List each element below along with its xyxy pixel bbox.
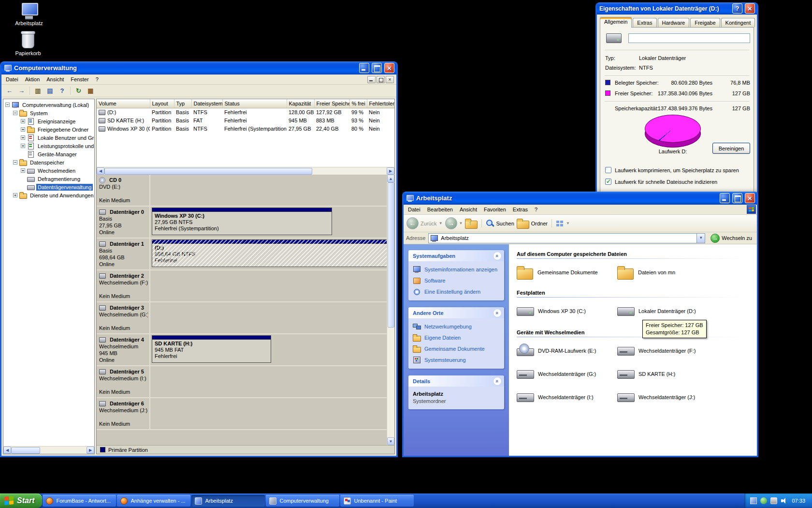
- menu-extras[interactable]: Extras: [509, 205, 531, 214]
- menu-fenster[interactable]: Fenster: [67, 75, 92, 84]
- column-header-freier-speicher[interactable]: Freier Speicher: [314, 99, 349, 108]
- partition-h[interactable]: SD KARTE (H:) 945 MB FAT Fehlerfrei: [152, 335, 271, 363]
- scrollbar-thumb[interactable]: [388, 182, 394, 328]
- tree-item-datenspeicher[interactable]: Datenspeicher: [3, 158, 94, 166]
- menu-ansicht[interactable]: Ansicht: [43, 75, 67, 84]
- minimize-button[interactable]: [720, 193, 730, 203]
- item-windows-xp-30-c[interactable]: Windows XP 30 (C:): [517, 303, 617, 319]
- column-header-fehlertoleranz[interactable]: Fehlertoleranz: [367, 99, 394, 108]
- action-icon[interactable]: [85, 86, 96, 96]
- mdi-close-button[interactable]: [386, 76, 394, 83]
- maximize-button[interactable]: [732, 193, 742, 203]
- tab-kontingent[interactable]: Kontingent: [721, 18, 755, 27]
- views-button[interactable]: ▼: [556, 220, 570, 227]
- desktop-icon-arbeitsplatz[interactable]: Arbeitsplatz: [9, 3, 49, 26]
- address-dropdown-icon[interactable]: ▼: [696, 234, 705, 243]
- link-einstellung[interactable]: Eine Einstellung ändern: [413, 288, 500, 295]
- disk-header[interactable]: Datenträger 2 Wechselmedium (F:) Kein Me…: [97, 270, 150, 301]
- search-button[interactable]: Suchen: [486, 219, 514, 227]
- go-button[interactable]: Wechseln zu: [708, 234, 754, 243]
- item-wechseldatentraeger-f[interactable]: Wechseldatenträger (F:): [617, 343, 733, 359]
- volume-row[interactable]: SD KARTE (H:) Partition Basis FAT Fehler…: [97, 116, 394, 124]
- item-dateien-von-mn[interactable]: Dateien von mn: [617, 265, 733, 280]
- column-header-status[interactable]: Status: [222, 99, 287, 108]
- scroll-down-icon[interactable]: ▼: [387, 437, 394, 445]
- taskbar-button-paint[interactable]: Unbenannt - Paint: [340, 495, 414, 507]
- menu-hilfe[interactable]: ?: [92, 75, 102, 84]
- menu-ansicht[interactable]: Ansicht: [456, 205, 480, 214]
- menu-favoriten[interactable]: Favoriten: [480, 205, 509, 214]
- chevron-up-icon[interactable]: [493, 252, 502, 260]
- item-dvd-ram-laufwerk-e[interactable]: DVD-RAM-Laufwerk (E:): [517, 343, 617, 359]
- desktop-icon-papierkorb[interactable]: Papierkorb: [8, 33, 48, 56]
- scroll-right-icon[interactable]: ▶: [387, 167, 394, 175]
- disk-header[interactable]: Datenträger 6 Wechselmedium (J:) Kein Me…: [97, 398, 150, 429]
- titlebar[interactable]: Computerverwaltung: [1, 61, 396, 75]
- expand-icon[interactable]: [21, 144, 25, 148]
- up-button[interactable]: ↑: [465, 218, 478, 228]
- tree-item-geraete-manager[interactable]: Geräte-Manager: [3, 150, 94, 158]
- panel-header[interactable]: Andere Orte: [408, 307, 504, 318]
- chevron-up-icon[interactable]: [493, 309, 502, 317]
- tab-hardware[interactable]: Hardware: [658, 18, 690, 27]
- scroll-right-icon[interactable]: ▶: [87, 447, 94, 454]
- close-button[interactable]: [745, 3, 755, 14]
- expand-icon[interactable]: [21, 135, 25, 140]
- column-header-kapazitaet[interactable]: Kapazität: [287, 99, 314, 108]
- checkbox-checked-icon[interactable]: [605, 179, 611, 185]
- mdi-restore-button[interactable]: [377, 76, 385, 83]
- partition-c[interactable]: Windows XP 30 (C:) 27,95 GB NTFS Fehlerf…: [152, 208, 332, 235]
- folders-button[interactable]: Ordner: [517, 218, 548, 228]
- start-button[interactable]: Start: [0, 493, 42, 508]
- link-systeminformationen[interactable]: Systeminformationen anzeigen: [413, 266, 500, 273]
- properties-icon[interactable]: [44, 86, 56, 96]
- menu-hilfe[interactable]: ?: [531, 205, 541, 214]
- link-eigene-dateien[interactable]: Eigene Dateien: [413, 334, 500, 341]
- volume-row[interactable]: (D:) Partition Basis NTFS Fehlerfrei 128…: [97, 108, 394, 116]
- tree-item-ereignisanzeige[interactable]: Ereignisanzeige: [3, 117, 94, 125]
- tray-volume-icon[interactable]: [781, 497, 787, 504]
- disk-header[interactable]: Datenträger 3 Wechselmedium (G:) Kein Me…: [97, 302, 150, 333]
- help-icon[interactable]: [57, 86, 68, 96]
- forward-button[interactable]: ▼: [445, 217, 463, 229]
- cleanup-button[interactable]: Bereinigen: [712, 143, 750, 154]
- disk-header[interactable]: Datenträger 0 Basis 27,95 GB Online: [97, 207, 150, 238]
- titlebar[interactable]: Eigenschaften von Lokaler Datenträger (D…: [597, 2, 757, 15]
- tree-item-freigegebene-ordner[interactable]: Freigegebene Ordner: [3, 125, 94, 134]
- mdi-minimize-button[interactable]: [367, 76, 376, 83]
- volume-horizontal-scrollbar[interactable]: ◀ ▶: [97, 167, 394, 175]
- expand-icon[interactable]: [21, 119, 25, 123]
- item-wechseldatentraeger-g[interactable]: Wechseldatenträger (G:): [517, 366, 617, 382]
- tray-usb-icon[interactable]: [770, 497, 777, 504]
- tree-item-datentraegerverwaltung[interactable]: Datenträgerverwaltung: [3, 183, 94, 191]
- disk-header[interactable]: Datenträger 5 Wechselmedium (I:) Kein Me…: [97, 366, 150, 397]
- menu-aktion[interactable]: Aktion: [22, 75, 44, 84]
- item-wechseldatentraeger-i[interactable]: Wechseldatenträger (I:): [517, 389, 617, 405]
- clock[interactable]: 07:33: [792, 498, 805, 504]
- tree-item-lokale-benutzer[interactable]: Lokale Benutzer und Gruppen: [3, 134, 94, 142]
- link-software[interactable]: Software: [413, 277, 500, 284]
- collapse-icon[interactable]: [13, 111, 17, 115]
- expand-icon[interactable]: [21, 168, 25, 173]
- tree-item-leistungsprotokolle[interactable]: Leistungsprotokolle und Warnungen: [3, 142, 94, 150]
- item-gemeinsame-dokumente[interactable]: Gemeinsame Dokumente: [517, 265, 617, 280]
- disk-header[interactable]: CD 0 DVD (E:) Kein Medium: [97, 175, 150, 206]
- tree-item-wechselmedien[interactable]: Wechselmedien: [3, 166, 94, 175]
- index-option[interactable]: Laufwerk für schnelle Dateisuche indizie…: [605, 179, 717, 185]
- scrollbar-thumb[interactable]: [104, 168, 312, 175]
- taskbar-button-anhaenge[interactable]: Anhänge verwalten - ...: [117, 495, 190, 507]
- tab-freigabe[interactable]: Freigabe: [690, 18, 720, 27]
- help-button[interactable]: [732, 3, 742, 14]
- link-netzwerkumgebung[interactable]: Netzwerkumgebung: [413, 323, 500, 330]
- panel-header[interactable]: Details: [408, 375, 504, 387]
- checkbox-unchecked-icon[interactable]: [605, 167, 611, 173]
- expand-icon[interactable]: [13, 193, 17, 197]
- column-header-volume[interactable]: Volume: [97, 99, 150, 108]
- titlebar[interactable]: Arbeitsplatz: [404, 192, 757, 205]
- show-tree-icon[interactable]: [32, 86, 44, 96]
- close-button[interactable]: [745, 193, 755, 203]
- tree-item-system[interactable]: System: [3, 109, 94, 117]
- back-button[interactable]: Zurück ▼: [406, 217, 443, 229]
- column-header-prozent-frei[interactable]: % frei: [349, 99, 367, 108]
- menu-datei[interactable]: Datei: [405, 205, 424, 214]
